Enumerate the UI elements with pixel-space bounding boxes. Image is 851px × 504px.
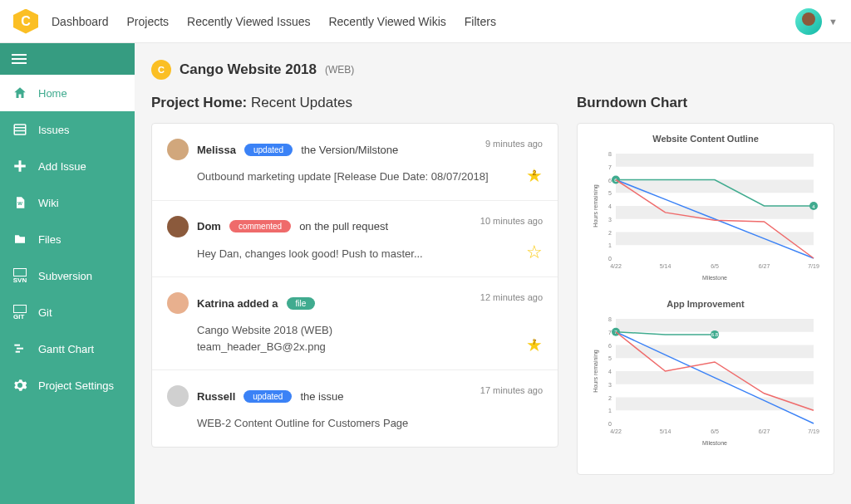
home-icon <box>12 85 28 101</box>
svg-text:Hours remaining: Hours remaining <box>593 350 599 392</box>
update-avatar <box>167 292 189 314</box>
topnav-item-recently-viewed-wikis[interactable]: Recently Viewed Wikis <box>328 15 445 28</box>
update-item[interactable]: Melissaupdatedthe Version/Milstone9 minu… <box>152 124 558 201</box>
chart-title: Website Content Outline <box>589 134 822 144</box>
sidebar-item-subversion[interactable]: SVNSubversion <box>0 257 135 294</box>
update-avatar <box>167 216 189 237</box>
gear-icon <box>12 377 28 394</box>
update-badge: file <box>287 297 316 310</box>
update-user: Dom <box>197 220 221 232</box>
update-item[interactable]: Russellupdatedthe issue17 minutes agoWEB… <box>152 370 558 447</box>
hamburger-button[interactable] <box>0 43 135 75</box>
svg-text:3: 3 <box>608 217 612 223</box>
svg-rect-36 <box>616 319 814 332</box>
update-body: Hey Dan, changes look good! Push to mast… <box>197 246 543 262</box>
svg-text:5: 5 <box>608 355 612 361</box>
svg-text:2: 2 <box>608 230 612 236</box>
update-avatar <box>167 385 189 407</box>
svg-text:7/19: 7/19 <box>808 428 819 434</box>
svg-rect-8 <box>16 351 20 353</box>
sidebar-item-label: Issues <box>38 124 70 136</box>
svg-text:W: W <box>17 201 22 206</box>
svg-text:1: 1 <box>608 242 612 248</box>
svg-rect-9 <box>616 232 814 246</box>
app-logo[interactable]: C <box>13 9 38 34</box>
svg-text:3: 3 <box>608 382 612 388</box>
update-badge: updated <box>243 390 292 403</box>
svg-text:0: 0 <box>608 256 612 262</box>
topnav-item-dashboard[interactable]: Dashboard <box>52 15 109 28</box>
svg-text:4: 4 <box>608 203 612 209</box>
svg-text:2: 2 <box>608 395 612 401</box>
sidebar-item-issues[interactable]: Issues <box>0 111 135 148</box>
svg-text:Hours remaining: Hours remaining <box>593 184 599 227</box>
svg-rect-4 <box>14 165 26 168</box>
svg-text:Milestone: Milestone <box>702 440 727 446</box>
svg-text:5/14: 5/14 <box>660 263 671 269</box>
svg-text:4: 4 <box>608 369 612 374</box>
sidebar-item-git[interactable]: GITGit <box>0 294 135 330</box>
svg-text:7: 7 <box>608 330 612 335</box>
svg-text:0: 0 <box>608 421 612 427</box>
sidebar-item-gantt-chart[interactable]: Gantt Chart <box>0 330 135 367</box>
update-user: Melissa <box>197 144 236 156</box>
svg-text:8: 8 <box>608 151 612 157</box>
star-icon[interactable]: ★2 <box>526 165 543 187</box>
chart-title: App Improvement <box>589 299 822 309</box>
update-tail: on the pull request <box>299 220 388 232</box>
folder-icon <box>12 231 28 247</box>
svg-rect-6 <box>14 345 20 346</box>
topnav-item-recently-viewed-issues[interactable]: Recently Viewed Issues <box>187 15 310 28</box>
update-item[interactable]: Domcommentedon the pull request10 minute… <box>152 201 558 278</box>
svg-text:Milestone: Milestone <box>702 275 727 281</box>
gantt-icon <box>12 340 28 357</box>
sidebar: HomeIssuesAdd IssueWWikiFilesSVNSubversi… <box>0 43 135 504</box>
svg-text:1: 1 <box>608 408 612 413</box>
svg-text:6/5: 6/5 <box>711 428 719 434</box>
updates-list: Melissaupdatedthe Version/Milstone9 minu… <box>151 123 558 448</box>
svg-text:7/19: 7/19 <box>808 263 819 269</box>
project-header: C Cango Website 2018 (WEB) <box>151 60 834 80</box>
update-item[interactable]: Katrina added afile12 minutes agoCango W… <box>152 277 558 370</box>
update-user: Russell <box>197 390 235 403</box>
sidebar-item-add-issue[interactable]: Add Issue <box>0 148 135 184</box>
sidebar-item-label: Add Issue <box>38 160 86 173</box>
update-badge: commented <box>229 220 291 232</box>
star-icon[interactable]: ★7 <box>526 335 543 356</box>
topnav-item-filters[interactable]: Filters <box>465 15 496 28</box>
svg-text:5: 5 <box>608 190 612 196</box>
sidebar-item-files[interactable]: Files <box>0 221 135 257</box>
user-avatar[interactable] <box>795 8 822 35</box>
sidebar-item-home[interactable]: Home <box>0 75 135 111</box>
doc-icon: W <box>12 194 28 211</box>
update-time: 9 minutes ago <box>485 139 543 149</box>
chevron-down-icon[interactable]: ▼ <box>829 17 838 27</box>
update-time: 17 minutes ago <box>480 385 543 395</box>
sidebar-item-label: Git <box>38 306 52 319</box>
update-body: Outbound marketing update [Release Due D… <box>197 169 543 185</box>
update-body: WEB-2 Content Outline for Customers Page <box>197 415 543 432</box>
update-tail: the issue <box>300 390 343 403</box>
svg-text:7: 7 <box>608 164 612 170</box>
svn-icon: SVN <box>12 267 28 284</box>
project-name: Cango Website 2018 <box>180 61 317 78</box>
section-title-sub: Recent Updates <box>251 95 352 110</box>
svg-text:6: 6 <box>608 178 612 183</box>
svg-text:6/5: 6/5 <box>711 263 719 269</box>
svg-text:6: 6 <box>608 343 612 349</box>
project-logo: C <box>151 60 171 80</box>
sidebar-item-label: Files <box>38 233 61 246</box>
sidebar-item-wiki[interactable]: WWiki <box>0 184 135 221</box>
svg-text:6.8: 6.8 <box>711 332 719 337</box>
svg-text:6/27: 6/27 <box>759 263 770 269</box>
sidebar-item-project-settings[interactable]: Project Settings <box>0 367 135 404</box>
plus-icon <box>12 158 28 174</box>
svg-text:8: 8 <box>608 316 612 322</box>
topnav-item-projects[interactable]: Projects <box>127 15 170 28</box>
burndown-title: Burndown Chart <box>577 95 834 111</box>
project-key: (WEB) <box>325 64 354 76</box>
svg-rect-10 <box>616 206 814 219</box>
update-time: 10 minutes ago <box>480 216 543 226</box>
star-icon[interactable]: ☆ <box>526 242 543 263</box>
svg-rect-0 <box>14 125 26 135</box>
